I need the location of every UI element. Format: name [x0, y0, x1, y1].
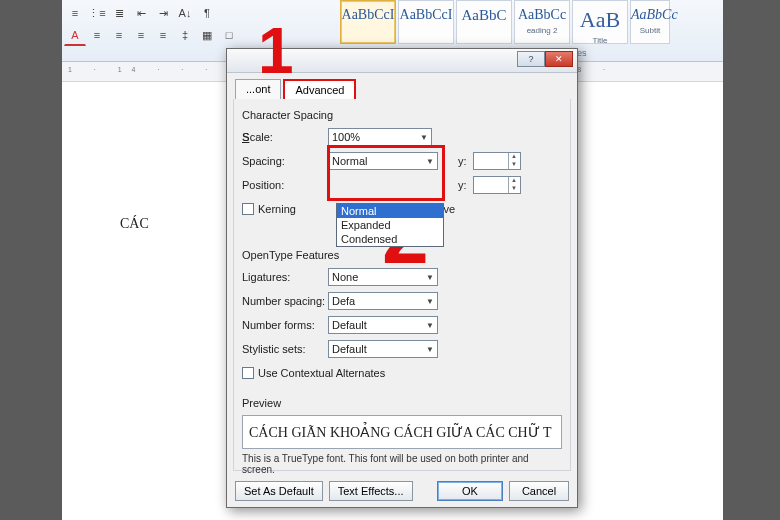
truetype-hint: This is a TrueType font. This font will …	[242, 453, 562, 475]
spacing-option-expanded[interactable]: Expanded	[337, 218, 443, 232]
preview-label: Preview	[242, 397, 562, 409]
dialog-titlebar[interactable]: ? ✕	[227, 49, 577, 73]
position-by-label: y:	[458, 179, 467, 191]
number-spacing-combo[interactable]: Defa▼	[328, 292, 438, 310]
spacing-by-spinner[interactable]: ▲▼	[473, 152, 521, 170]
font-color-icon[interactable]: A	[64, 24, 86, 46]
style-tile-title[interactable]: AaB Title	[572, 0, 628, 44]
shading-icon[interactable]: ▦	[196, 24, 218, 46]
bullets-icon[interactable]: ≡	[64, 2, 86, 24]
indent-inc-icon[interactable]: ⇥	[152, 2, 174, 24]
group-char-spacing: Character Spacing	[242, 109, 562, 121]
spacing-dropdown-list[interactable]: Normal Expanded Condensed	[336, 203, 444, 247]
numbering-icon[interactable]: ⋮≡	[86, 2, 108, 24]
chevron-down-icon: ▼	[426, 297, 434, 306]
style-tile-normal[interactable]: AaBbCcI	[340, 0, 396, 44]
by-label: y:	[458, 155, 467, 167]
position-by-spinner[interactable]: ▲▼	[473, 176, 521, 194]
font-dialog: ? ✕ ...ont Advanced Character Spacing SS…	[226, 48, 578, 508]
styles-gallery[interactable]: AaBbCcI AaBbCcI AaBbC AaBbCc eading 2 Aa…	[340, 0, 670, 44]
style-tile-subtitle[interactable]: AaBbCc Subtit	[630, 0, 670, 44]
text-effects-button[interactable]: Text Effects...	[329, 481, 413, 501]
scale-label: SScale:	[242, 131, 328, 143]
chevron-down-icon: ▼	[426, 321, 434, 330]
line-spacing-icon[interactable]: ‡	[174, 24, 196, 46]
style-tile-h1[interactable]: AaBbC	[456, 0, 512, 44]
sort-icon[interactable]: A↓	[174, 2, 196, 24]
chevron-down-icon: ▼	[426, 273, 434, 282]
close-button[interactable]: ✕	[545, 51, 573, 67]
chevron-down-icon: ▼	[426, 345, 434, 354]
spacing-combo[interactable]: Normal▼	[328, 152, 438, 170]
cancel-button[interactable]: Cancel	[509, 481, 569, 501]
contextual-alt-checkbox[interactable]: Use Contextual Alternates	[242, 367, 385, 379]
number-forms-label: Number forms:	[242, 319, 328, 331]
spacing-option-condensed[interactable]: Condensed	[337, 232, 443, 246]
ok-button[interactable]: OK	[437, 481, 503, 501]
set-default-button[interactable]: Set As Default	[235, 481, 323, 501]
scale-combo[interactable]: 100%▼	[328, 128, 432, 146]
stylistic-sets-label: Stylistic sets:	[242, 343, 328, 355]
document-text: CÁC	[120, 216, 149, 232]
align-left-icon[interactable]: ≡	[86, 24, 108, 46]
style-tile-h2[interactable]: AaBbCc eading 2	[514, 0, 570, 44]
dialog-body: Character Spacing SScale: 100%▼ Spacing:…	[233, 99, 571, 471]
paragraph-mark-icon[interactable]: ¶	[196, 2, 218, 24]
align-right-icon[interactable]: ≡	[130, 24, 152, 46]
help-button[interactable]: ?	[517, 51, 545, 67]
app-window: ≡ ⋮≡ ≣ ⇤ ⇥ A↓ ¶ A ≡ ≡ ≡ ≡ ‡ ▦ □ AaBbCcI …	[62, 0, 723, 520]
borders-icon[interactable]: □	[218, 24, 240, 46]
ligatures-label: Ligatures:	[242, 271, 328, 283]
chevron-down-icon: ▼	[420, 133, 428, 142]
indent-dec-icon[interactable]: ⇤	[130, 2, 152, 24]
kerning-checkbox[interactable]: Kerning	[242, 203, 296, 215]
multilevel-icon[interactable]: ≣	[108, 2, 130, 24]
position-label: Position:	[242, 179, 328, 191]
spacing-option-normal[interactable]: Normal	[337, 204, 443, 218]
style-tile-nospace[interactable]: AaBbCcI	[398, 0, 454, 44]
align-center-icon[interactable]: ≡	[108, 24, 130, 46]
tab-advanced[interactable]: Advanced	[283, 79, 356, 101]
preview-box: CÁCH GIÃN KHOẢNG CÁCH GIỮA CÁC CHỮ T	[242, 415, 562, 449]
chevron-down-icon: ▼	[426, 157, 434, 166]
group-opentype: OpenType Features	[242, 249, 562, 261]
stylistic-sets-combo[interactable]: Default▼	[328, 340, 438, 358]
number-spacing-label: Number spacing:	[242, 295, 328, 307]
spacing-label: Spacing:	[242, 155, 328, 167]
ligatures-combo[interactable]: None▼	[328, 268, 438, 286]
justify-icon[interactable]: ≡	[152, 24, 174, 46]
tab-font[interactable]: ...ont	[235, 79, 281, 101]
number-forms-combo[interactable]: Default▼	[328, 316, 438, 334]
